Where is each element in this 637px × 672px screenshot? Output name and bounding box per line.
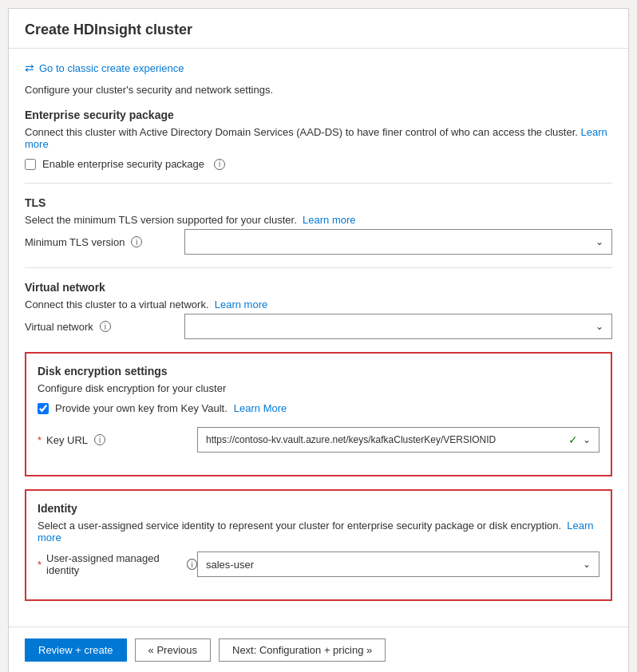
refresh-icon: ⇄ <box>25 61 34 74</box>
enterprise-security-description: Connect this cluster with Active Directo… <box>25 126 612 150</box>
virtual-network-dropdown[interactable]: ⌄ <box>184 314 612 339</box>
identity-field-label: * User-assigned managed identity i <box>38 552 197 576</box>
page-container: Create HDInsight cluster ⇄ Go to classic… <box>8 8 629 672</box>
key-url-field-label: * Key URL i <box>38 434 197 446</box>
divider-1 <box>25 183 612 184</box>
disk-encryption-checkbox[interactable] <box>38 403 49 414</box>
disk-encryption-checkbox-label: Provide your own key from Key Vault. <box>55 402 228 414</box>
disk-encryption-description: Configure disk encryption for your clust… <box>38 382 599 394</box>
review-create-button[interactable]: Review + create <box>25 638 127 662</box>
key-url-value: https://contoso-kv.vault.azure.net/keys/… <box>206 434 564 445</box>
tls-title: TLS <box>25 196 612 209</box>
page-title: Create HDInsight cluster <box>25 22 612 38</box>
key-url-info-icon[interactable]: i <box>94 434 105 445</box>
tls-field-row: Minimum TLS version i ⌄ <box>25 229 612 255</box>
tls-description: Select the minimum TLS version supported… <box>25 214 612 226</box>
previous-button[interactable]: « Previous <box>135 638 211 662</box>
enterprise-security-checkbox-label: Enable enterprise security package <box>42 158 204 170</box>
identity-dropdown[interactable]: sales-user ⌄ <box>197 551 599 577</box>
tls-learn-more[interactable]: Learn more <box>303 214 355 226</box>
identity-dropdown-arrow: ⌄ <box>583 559 591 570</box>
tls-field-label: Minimum TLS version i <box>25 236 184 248</box>
virtual-network-field-row: Virtual network i ⌄ <box>25 314 612 339</box>
virtual-network-section: Virtual network Connect this cluster to … <box>25 281 612 339</box>
virtual-network-info-icon[interactable]: i <box>100 321 111 332</box>
identity-required-star: * <box>38 559 42 571</box>
key-url-field-row: * Key URL i https://contoso-kv.vault.azu… <box>38 427 599 453</box>
enterprise-security-info-icon[interactable]: i <box>214 159 225 170</box>
disk-encryption-checkbox-row: Provide your own key from Key Vault. Lea… <box>38 402 599 414</box>
key-url-required-star: * <box>38 434 42 446</box>
enterprise-security-checkbox[interactable] <box>25 159 36 170</box>
disk-encryption-section: Disk encryption settings Configure disk … <box>25 352 612 476</box>
virtual-network-learn-more[interactable]: Learn more <box>215 298 267 310</box>
enterprise-security-title: Enterprise security package <box>25 109 612 121</box>
key-url-dropdown-arrow: ⌄ <box>583 434 591 445</box>
key-url-check-icon: ✓ <box>568 433 578 446</box>
virtual-network-field-label: Virtual network i <box>25 321 184 333</box>
key-url-dropdown[interactable]: https://contoso-kv.vault.azure.net/keys/… <box>197 427 599 453</box>
page-description: Configure your cluster's security and ne… <box>25 84 612 96</box>
virtual-network-description: Connect this cluster to a virtual networ… <box>25 298 612 310</box>
identity-value: sales-user <box>206 559 254 571</box>
tls-info-icon[interactable]: i <box>131 236 142 247</box>
enterprise-security-section: Enterprise security package Connect this… <box>25 109 612 170</box>
footer: Review + create « Previous Next: Configu… <box>9 627 628 672</box>
virtual-network-title: Virtual network <box>25 281 612 294</box>
disk-encryption-title: Disk encryption settings <box>38 365 599 378</box>
page-header: Create HDInsight cluster <box>9 9 628 49</box>
identity-description: Select a user-assigned service identity … <box>38 520 599 544</box>
tls-section: TLS Select the minimum TLS version suppo… <box>25 196 612 255</box>
disk-encryption-learn-more[interactable]: Learn More <box>234 402 287 414</box>
divider-2 <box>25 267 612 268</box>
classic-experience-link[interactable]: ⇄ Go to classic create experience <box>25 61 612 74</box>
classic-link-label: Go to classic create experience <box>39 62 184 74</box>
enterprise-security-checkbox-row: Enable enterprise security package i <box>25 158 612 170</box>
content-area: ⇄ Go to classic create experience Config… <box>9 49 628 627</box>
next-button[interactable]: Next: Configuration + pricing » <box>219 638 386 662</box>
tls-dropdown-arrow: ⌄ <box>595 236 603 247</box>
identity-field-row: * User-assigned managed identity i sales… <box>38 551 599 577</box>
identity-info-icon[interactable]: i <box>187 559 197 570</box>
identity-section: Identity Select a user-assigned service … <box>25 489 612 601</box>
virtual-network-dropdown-arrow: ⌄ <box>595 321 603 332</box>
identity-title: Identity <box>38 502 599 515</box>
tls-version-dropdown[interactable]: ⌄ <box>184 229 612 255</box>
